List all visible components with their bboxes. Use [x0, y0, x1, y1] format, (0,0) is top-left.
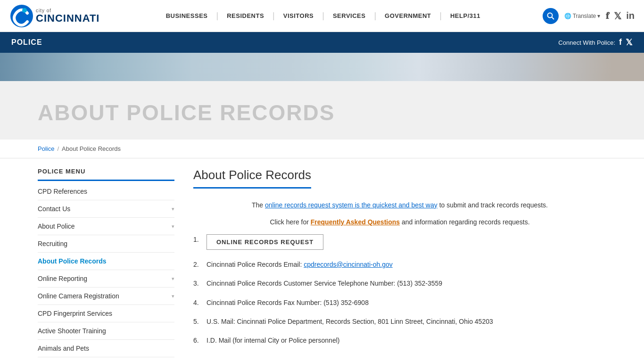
top-nav: city of CINCINNATI BUSINESSES | RESIDENT… — [0, 0, 644, 32]
faq-paragraph: Click here for Frequently Asked Question… — [193, 217, 606, 227]
faq-text-before: Click here for — [270, 218, 310, 226]
sidebar-item-active-shooter[interactable]: Active Shooter Training — [38, 322, 174, 340]
list-num-1: 1. — [193, 234, 203, 245]
intro-text-before: The — [252, 201, 265, 209]
search-button[interactable] — [543, 8, 559, 24]
phone-text: Cincinnati Police Records Customer Servi… — [206, 278, 442, 288]
breadcrumb-police-link[interactable]: Police — [38, 145, 54, 152]
translate-label: Translate — [573, 13, 596, 19]
sidebar-item-animals-pets[interactable]: Animals and Pets — [38, 340, 174, 357]
connect-police-label: Connect With Police: — [558, 39, 615, 46]
nav-businesses[interactable]: BUSINESSES — [157, 12, 216, 19]
sidebar-item-recruiting[interactable]: Recruiting — [38, 235, 174, 253]
online-records-system-link[interactable]: online records request system is the qui… — [265, 201, 438, 209]
sidebar-label-active-shooter: Active Shooter Training — [38, 327, 106, 335]
social-links: 𝐟 𝕏 in — [606, 10, 635, 22]
sidebar-label-about-police-records: About Police Records — [38, 257, 106, 265]
sidebar-label-about-police: About Police — [38, 222, 75, 230]
breadcrumb-current: About Police Records — [62, 145, 121, 152]
list-num-6: 6. — [193, 335, 203, 346]
list-item-mail: 5. U.S. Mail: Cincinnati Police Departme… — [193, 316, 606, 327]
police-facebook-icon[interactable]: f — [619, 37, 622, 48]
facebook-icon[interactable]: 𝐟 — [606, 10, 609, 21]
breadcrumb-separator: / — [57, 145, 59, 152]
nav-government[interactable]: GOVERNMENT — [376, 12, 439, 19]
twitter-icon[interactable]: 𝕏 — [614, 10, 621, 22]
main-navigation: BUSINESSES | RESIDENTS | VISITORS | SERV… — [104, 11, 543, 21]
translate-chevron-icon: ▾ — [597, 13, 600, 19]
svg-point-1 — [22, 8, 27, 13]
nav-right: 🌐 Translate ▾ 𝐟 𝕏 in — [543, 8, 635, 24]
sidebar-item-online-camera[interactable]: Online Camera Registration ▾ — [38, 288, 174, 305]
nav-visitors[interactable]: VISITORS — [275, 12, 322, 19]
content-body: The online records request system is the… — [193, 200, 606, 346]
hero-image-strip — [0, 53, 644, 81]
translate-button[interactable]: 🌐 Translate ▾ — [564, 13, 601, 19]
mail-text: U.S. Mail: Cincinnati Police Department,… — [206, 316, 493, 327]
faq-link[interactable]: Frequently Asked Questions — [311, 218, 400, 226]
online-records-request-button[interactable]: ONLINE RECORDS REQUEST — [206, 234, 323, 250]
intro-text-after: to submit and track records requests. — [438, 201, 548, 209]
page-title-section: ABOUT POLICE RECORDS — [0, 81, 644, 140]
connect-police-area: Connect With Police: f 𝕏 — [558, 37, 633, 48]
sidebar-item-about-police-records[interactable]: About Police Records — [38, 253, 174, 270]
faq-text-after: and information regarding records reques… — [400, 218, 529, 226]
list-item-request-btn: 1. ONLINE RECORDS REQUEST — [193, 234, 606, 250]
content-heading: About Police Records — [193, 168, 311, 189]
svg-line-3 — [552, 17, 554, 19]
sidebar-label-animals-pets: Animals and Pets — [38, 345, 89, 352]
sidebar-item-cpd-fingerprint[interactable]: CPD Fingerprint Services — [38, 305, 174, 322]
cincinnati-logo-icon — [9, 4, 34, 28]
sidebar-label-online-camera: Online Camera Registration — [38, 292, 119, 300]
list-item-idmail: 6. I.D. Mail (for internal City or Polic… — [193, 335, 606, 346]
chevron-online-camera-icon: ▾ — [172, 293, 174, 299]
nav-residents[interactable]: RESIDENTS — [218, 12, 272, 19]
list-item-fax: 4. Cincinnati Police Records Fax Number:… — [193, 297, 606, 308]
police-twitter-icon[interactable]: 𝕏 — [626, 37, 633, 48]
sidebar-item-cpd-references[interactable]: CPD References — [38, 183, 174, 200]
chevron-online-reporting-icon: ▾ — [172, 276, 174, 282]
sidebar-menu-title: POLICE MENU — [38, 168, 174, 181]
list-item-email: 2. Cincinnati Police Records Email: cpdr… — [193, 259, 606, 270]
sidebar: POLICE MENU CPD References Contact Us ▾ … — [38, 168, 174, 362]
cincinnati-label: CINCINNATI — [36, 13, 99, 24]
sidebar-label-online-reporting: Online Reporting — [38, 275, 87, 282]
hero-image — [0, 53, 644, 81]
sidebar-item-online-reporting[interactable]: Online Reporting ▾ — [38, 270, 174, 288]
fax-text: Cincinnati Police Records Fax Number: (5… — [206, 297, 369, 308]
breadcrumb-section: Police / About Police Records — [0, 140, 644, 158]
email-text-before: Cincinnati Police Records Email: — [206, 261, 304, 268]
list-num-5: 5. — [193, 316, 203, 327]
globe-icon: 🌐 — [564, 13, 571, 19]
police-banner: POLICE Connect With Police: f 𝕏 — [0, 32, 644, 53]
content-layout: POLICE MENU CPD References Contact Us ▾ … — [0, 158, 644, 362]
sidebar-item-about-police[interactable]: About Police ▾ — [38, 218, 174, 235]
sidebar-label-recruiting: Recruiting — [38, 240, 67, 247]
contact-list: 1. ONLINE RECORDS REQUEST 2. Cincinnati … — [193, 234, 606, 346]
nav-help311[interactable]: HELP/311 — [442, 12, 489, 19]
list-num-3: 3. — [193, 278, 203, 288]
sidebar-item-ccrow[interactable]: CCROW ▾ — [38, 357, 174, 362]
list-num-4: 4. — [193, 297, 203, 308]
list-item-phone: 3. Cincinnati Police Records Customer Se… — [193, 278, 606, 288]
linkedin-icon[interactable]: in — [626, 10, 635, 21]
search-icon — [547, 12, 554, 20]
breadcrumb: Police / About Police Records — [38, 145, 606, 152]
idmail-text: I.D. Mail (for internal City or Police p… — [206, 335, 339, 346]
page-title: ABOUT POLICE RECORDS — [38, 100, 606, 125]
nav-services[interactable]: SERVICES — [324, 12, 374, 19]
sidebar-item-contact-us[interactable]: Contact Us ▾ — [38, 200, 174, 218]
list-num-2: 2. — [193, 259, 203, 270]
police-social-links: f 𝕏 — [619, 37, 633, 48]
main-content: About Police Records The online records … — [193, 168, 606, 362]
email-link[interactable]: cpdrecords@cincinnati-oh.gov — [304, 261, 393, 268]
svg-point-2 — [547, 13, 552, 17]
chevron-contact-us-icon: ▾ — [172, 206, 174, 212]
sidebar-label-contact-us: Contact Us — [38, 205, 70, 213]
logo[interactable]: city of CINCINNATI — [9, 4, 104, 28]
intro-paragraph: The online records request system is the… — [193, 200, 606, 210]
sidebar-label-cpd-references: CPD References — [38, 188, 87, 195]
sidebar-label-cpd-fingerprint: CPD Fingerprint Services — [38, 310, 112, 317]
chevron-about-police-icon: ▾ — [172, 223, 174, 230]
email-text: Cincinnati Police Records Email: cpdreco… — [206, 259, 393, 270]
